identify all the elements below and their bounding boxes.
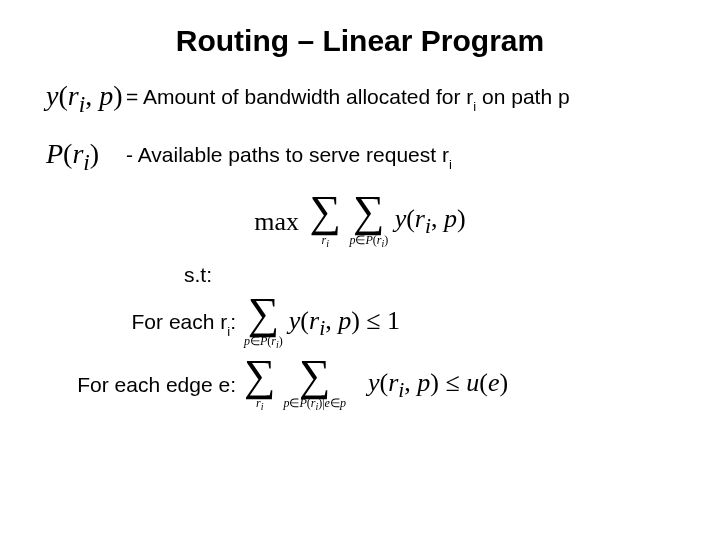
- subject-to-label: s.t:: [184, 263, 674, 287]
- constraint-edge: For each edge e: ∑ ri ∑ p∈P(ri)|e∈p y(ri…: [46, 359, 674, 413]
- sum-over-ri-icon: ∑ ri: [244, 359, 275, 413]
- p-description: - Available paths to serve request ri: [126, 143, 452, 170]
- objective-term: y(ri, p): [395, 204, 466, 239]
- y-description: = Amount of bandwidth allocated for ri o…: [126, 85, 570, 112]
- constraint-edge-label: For each edge e:: [46, 373, 242, 397]
- sum-icon: ∑ p∈P(ri): [244, 297, 283, 351]
- objective-expression: max ∑ ri ∑ p∈P(ri) y(ri, p): [46, 195, 674, 249]
- sum-over-p-edge-icon: ∑ p∈P(ri)|e∈p: [283, 359, 346, 413]
- constraint-edge-expr: ∑ ri ∑ p∈P(ri)|e∈p y(ri, p) ≤ u(e): [242, 359, 674, 413]
- constraint-request-expr: ∑ p∈P(ri) y(ri, p) ≤ 1: [242, 297, 674, 351]
- p-symbol: P(ri): [46, 138, 126, 176]
- slide-title: Routing – Linear Program: [46, 24, 674, 58]
- sum-over-ri-icon: ∑ ri: [310, 195, 341, 249]
- sum-over-p-icon: ∑ p∈P(ri): [349, 195, 388, 249]
- constraint-request-label: For each ri:: [46, 310, 242, 337]
- definition-y: y(ri, p) = Amount of bandwidth allocated…: [46, 80, 674, 118]
- slide: Routing – Linear Program y(ri, p) = Amou…: [0, 0, 720, 540]
- constraint-request: For each ri: ∑ p∈P(ri) y(ri, p) ≤ 1: [46, 297, 674, 351]
- definition-p: P(ri) - Available paths to serve request…: [46, 138, 674, 176]
- max-label: max: [254, 207, 299, 237]
- y-symbol: y(ri, p): [46, 80, 126, 118]
